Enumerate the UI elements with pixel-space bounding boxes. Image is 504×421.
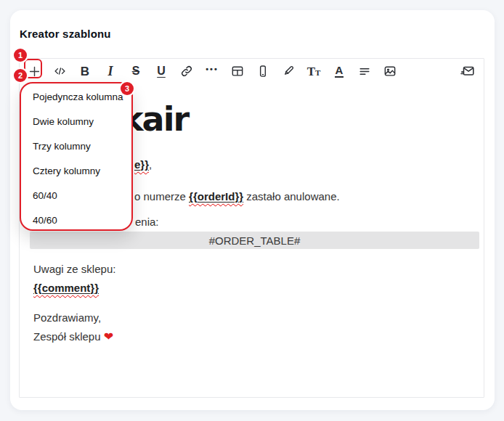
bold-icon[interactable]: B	[77, 62, 93, 81]
send-test-email-icon[interactable]	[460, 62, 476, 81]
code-icon[interactable]	[52, 62, 68, 81]
editor-toolbar: B I S U ••• TT A	[20, 59, 484, 83]
annotation-badge-3: 3	[121, 82, 134, 95]
dropdown-item-four-columns[interactable]: Cztery kolumny	[21, 158, 131, 183]
add-block-dropdown: Pojedyncza kolumna Dwie kolumny Trzy kol…	[20, 82, 133, 231]
align-icon[interactable]	[357, 62, 373, 81]
italic-icon[interactable]: I	[102, 62, 118, 81]
store-comments-label: Uwagi ze sklepu:	[33, 263, 115, 275]
dropdown-item-three-columns[interactable]: Trzy kolumny	[21, 134, 131, 158]
order-details-label: enia:	[135, 216, 159, 228]
greeting-line: e}},	[134, 158, 152, 171]
dropdown-item-two-columns[interactable]: Dwie kolumny	[21, 109, 131, 134]
closing-line-2: Zespół sklepu ❤	[33, 330, 113, 343]
order-cancelled-line: o numerze {{orderId}} zastało anulowane.	[134, 190, 340, 203]
underline-icon[interactable]: U	[153, 62, 169, 81]
image-icon[interactable]	[382, 62, 398, 81]
text-size-icon[interactable]: TT	[306, 62, 322, 81]
order-table-placeholder: #ORDER_TABLE#	[30, 232, 479, 249]
annotation-badge-1: 1	[14, 49, 27, 62]
mobile-preview-icon[interactable]	[255, 62, 271, 81]
strikethrough-icon[interactable]: S	[128, 62, 144, 81]
comment-variable: {{comment}}	[33, 282, 99, 294]
heart-icon: ❤	[104, 330, 113, 343]
page-title: Kreator szablonu	[20, 28, 111, 40]
brush-icon[interactable]	[280, 62, 296, 81]
closing-line-1: Pozdrawiamy,	[33, 311, 101, 324]
link-icon[interactable]	[179, 62, 195, 81]
table-icon[interactable]	[229, 62, 245, 81]
dropdown-item-single-column[interactable]: Pojedyncza kolumna	[21, 84, 131, 109]
more-icon[interactable]: •••	[204, 62, 220, 81]
annotation-badge-2: 2	[14, 69, 27, 82]
dropdown-item-60-40[interactable]: 60/40	[21, 183, 131, 208]
text-color-icon[interactable]: A	[331, 62, 347, 81]
dropdown-item-40-60[interactable]: 40/60	[21, 208, 131, 231]
